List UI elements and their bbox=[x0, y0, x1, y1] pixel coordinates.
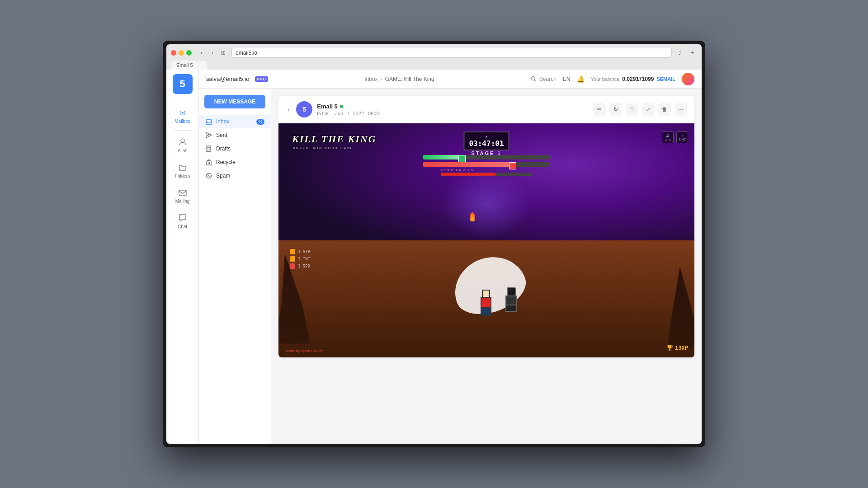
balance-area: Your balance 0.029171099 SEMAIL bbox=[591, 76, 675, 82]
search-icon bbox=[531, 76, 537, 82]
heart-button[interactable]: ♡ bbox=[626, 103, 638, 116]
breadcrumb-separator: › bbox=[381, 76, 382, 82]
music-button[interactable]: ♪ SINC bbox=[676, 131, 688, 143]
enemy-legs bbox=[505, 305, 517, 312]
folder-spam-label: Spam bbox=[216, 173, 230, 179]
delete-button[interactable]: 🗑 bbox=[658, 103, 671, 116]
stat-spd: 1 SPD bbox=[290, 263, 310, 269]
header-actions: Search EN 🔔 Your balance 0.029171099 SEM… bbox=[531, 73, 694, 85]
svg-point-2 bbox=[531, 77, 535, 80]
char-torso bbox=[481, 297, 491, 308]
maximize-button[interactable] bbox=[186, 50, 192, 56]
back-nav-button[interactable]: ‹ bbox=[197, 48, 206, 57]
sidebar-item-mailbox[interactable]: ✉ Mailbox bbox=[166, 103, 198, 128]
inbox-icon bbox=[205, 118, 212, 125]
char-body bbox=[478, 290, 496, 317]
email-time: 09:31 bbox=[368, 111, 381, 116]
folder-drafts-label: Drafts bbox=[216, 145, 231, 152]
email-view: ‹ 5 Email 5 bbox=[278, 96, 694, 357]
online-indicator bbox=[340, 105, 343, 108]
app-container: 5 ✉ Mailbox Alias bbox=[166, 70, 702, 444]
sidebar-icons: 5 ✉ Mailbox Alias bbox=[166, 70, 199, 444]
timer-icon: ▲ bbox=[486, 134, 488, 138]
search-label: Search bbox=[539, 76, 557, 82]
more-button[interactable]: ⋯ bbox=[675, 103, 687, 116]
int-icon bbox=[290, 256, 295, 262]
made-by-author: Jesse Coulter bbox=[301, 349, 323, 353]
address-bar[interactable]: email5.io bbox=[231, 48, 672, 58]
mailbox-icon: ✉ bbox=[178, 108, 188, 117]
enemy-body bbox=[503, 287, 521, 312]
back-button[interactable]: ‹ bbox=[286, 103, 292, 115]
sidebar-item-alias[interactable]: Alias bbox=[166, 132, 198, 158]
svg-rect-9 bbox=[207, 161, 211, 165]
svg-point-0 bbox=[181, 139, 184, 142]
str-icon bbox=[290, 249, 295, 254]
made-by-prefix: Made by bbox=[286, 349, 301, 353]
audio-controls: 🔊 SFX ♪ SINC bbox=[662, 131, 688, 143]
forward-nav-button[interactable]: › bbox=[208, 48, 217, 57]
timer-value: 03:47:01 bbox=[469, 139, 504, 148]
alias-icon bbox=[178, 137, 188, 147]
sent-icon bbox=[205, 131, 212, 139]
breadcrumb-inbox[interactable]: Inbox bbox=[364, 76, 377, 82]
health-bars bbox=[423, 155, 550, 169]
sidebar-item-folders[interactable]: Folders bbox=[166, 158, 198, 183]
sidebar-item-mailing-label: Mailing bbox=[175, 199, 190, 204]
torch bbox=[470, 212, 475, 221]
bookmark-button[interactable]: ⤴ bbox=[675, 48, 684, 57]
folder-item-spam[interactable]: Spam bbox=[199, 169, 271, 183]
drafts-icon bbox=[205, 145, 212, 152]
notification-bell[interactable]: 🔔 bbox=[577, 75, 585, 83]
int-label: 1 INT bbox=[298, 257, 310, 261]
browser-tab[interactable]: Email 5 bbox=[171, 61, 207, 70]
balance-value: 0.029171099 bbox=[622, 76, 654, 82]
balance-label: Your balance bbox=[591, 76, 620, 82]
browser-chrome: ‹ › ⊞ email5.io ⤴ + Email 5 bbox=[166, 44, 702, 70]
bottom-section: NEW MESSAGE Inbox 8 bbox=[199, 89, 702, 444]
sfx-button[interactable]: 🔊 SFX bbox=[662, 131, 674, 143]
layout-button[interactable]: ⊞ bbox=[219, 48, 228, 57]
folder-sidebar: NEW MESSAGE Inbox 8 bbox=[199, 89, 271, 444]
xp-value: 13XP bbox=[675, 345, 688, 351]
spam-icon bbox=[205, 172, 212, 179]
app-logo: 5 bbox=[173, 74, 193, 94]
sidebar-item-chat[interactable]: Chat bbox=[166, 208, 198, 234]
traffic-lights bbox=[171, 50, 192, 56]
edit-button[interactable]: ✏ bbox=[593, 103, 606, 116]
breadcrumb: Inbox › GAME: Kill The King bbox=[364, 76, 434, 82]
sidebar-item-mailing[interactable]: Mailing bbox=[166, 183, 198, 208]
player-health-container bbox=[423, 155, 550, 160]
folder-item-inbox[interactable]: Inbox 8 bbox=[199, 115, 271, 128]
minimize-button[interactable] bbox=[179, 50, 184, 56]
game-subtitle: AN 8-BIT ADVENTURE GAME bbox=[293, 146, 353, 150]
email-to-label: to me bbox=[317, 111, 328, 116]
enemy-health-container bbox=[423, 162, 550, 167]
new-tab-button[interactable]: + bbox=[688, 48, 697, 57]
folder-sent-label: Sent bbox=[216, 132, 227, 138]
folder-item-recycle[interactable]: Recycle bbox=[199, 155, 271, 169]
new-message-button[interactable]: NEW MESSAGE bbox=[204, 95, 265, 108]
svg-line-3 bbox=[534, 80, 536, 82]
language-label[interactable]: EN bbox=[563, 76, 571, 82]
email-sender-name: Email 5 bbox=[317, 103, 380, 110]
expand-button[interactable]: ⤢ bbox=[642, 103, 655, 116]
xp-display: 🏆 13XP bbox=[666, 345, 688, 351]
boss-bar-bg bbox=[441, 173, 532, 176]
folder-item-sent[interactable]: Sent bbox=[199, 128, 271, 142]
user-email: salva@email5.io bbox=[206, 75, 250, 82]
sidebar-item-mailbox-label: Mailbox bbox=[175, 119, 190, 124]
game-background: KILL THE KING AN 8-BIT ADVENTURE GAME ST… bbox=[278, 123, 694, 357]
email-date: Jun 11, 2022 bbox=[335, 111, 365, 116]
search-area[interactable]: Search bbox=[531, 76, 557, 82]
player-health-bar-bg bbox=[423, 155, 550, 160]
email-actions: ✏ ↻ ♡ ⤢ 🗑 ⋯ bbox=[593, 103, 687, 116]
close-button[interactable] bbox=[171, 50, 176, 56]
boss-name: BONUS OR ZEUS bbox=[441, 169, 532, 172]
user-avatar[interactable] bbox=[682, 73, 694, 85]
folder-item-drafts[interactable]: Drafts bbox=[199, 142, 271, 155]
stat-str: 1 STR bbox=[290, 249, 310, 254]
refresh-button[interactable]: ↻ bbox=[609, 103, 622, 116]
spd-icon bbox=[290, 263, 295, 269]
sidebar-item-folders-label: Folders bbox=[175, 174, 190, 178]
